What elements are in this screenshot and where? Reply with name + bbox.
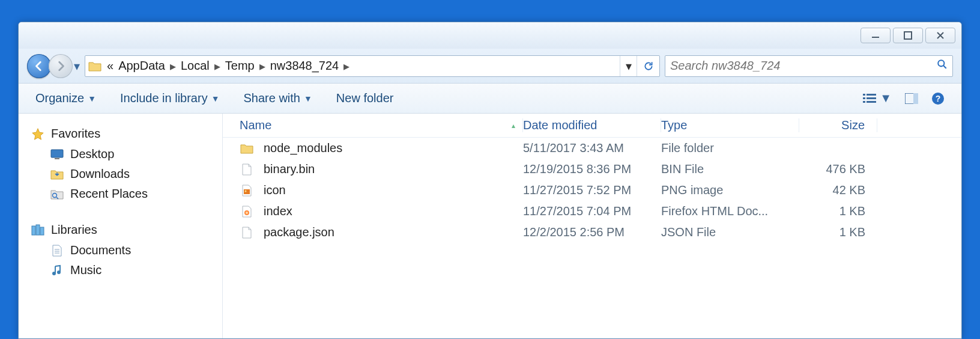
column-header-name[interactable]: Name ▴ [223, 118, 523, 132]
svg-rect-14 [55, 158, 59, 159]
breadcrumb-item[interactable]: nw3848_724 [268, 59, 342, 73]
file-row[interactable]: binary.bin12/19/2015 8:36 PMBIN File476 … [223, 159, 961, 180]
recent-places-icon [50, 188, 64, 201]
sidebar-item-label: Documents [70, 243, 131, 257]
sidebar-group-libraries[interactable]: Libraries [19, 219, 222, 240]
caret-down-icon: ▼ [211, 94, 220, 103]
file-type: File folder [661, 141, 799, 155]
include-label: Include in library [120, 91, 208, 105]
file-type: Firefox HTML Doc... [661, 204, 799, 218]
caret-down-icon: ▼ [304, 94, 312, 103]
nav-history-dropdown[interactable]: ▾ [74, 59, 80, 73]
file-date: 5/11/2017 3:43 AM [523, 141, 661, 155]
navigation-pane: Favorites Desktop Downloads Recent Place… [19, 114, 223, 338]
libraries-label: Libraries [51, 223, 97, 237]
file-date: 11/27/2015 7:52 PM [523, 183, 661, 197]
svg-point-24 [246, 212, 248, 214]
svg-rect-5 [863, 101, 865, 103]
sidebar-item-desktop[interactable]: Desktop [19, 144, 222, 164]
back-button[interactable] [27, 54, 51, 78]
navigation-bar: ▾ « AppData ▸ Local ▸ Temp ▸ nw3848_724 … [19, 49, 961, 84]
breadcrumb-overflow[interactable]: « [104, 59, 116, 73]
sidebar-item-label: Music [70, 263, 101, 277]
file-row[interactable]: index11/27/2015 7:04 PMFirefox HTML Doc.… [223, 201, 961, 222]
file-type: PNG image [661, 183, 799, 197]
minimize-button[interactable] [861, 28, 891, 43]
sidebar-item-music[interactable]: Music [19, 260, 222, 280]
help-button[interactable]: ? [931, 92, 945, 105]
chevron-right-icon[interactable]: ▸ [212, 59, 223, 73]
file-name: node_modules [264, 141, 342, 155]
search-box[interactable] [665, 55, 953, 77]
png-icon [240, 184, 254, 197]
svg-text:?: ? [936, 94, 941, 103]
desktop-icon [50, 148, 64, 161]
search-input[interactable] [670, 59, 937, 73]
share-with-menu[interactable]: Share with▼ [244, 91, 312, 105]
maximize-button[interactable] [893, 28, 923, 43]
file-name: icon [264, 183, 286, 197]
html-icon [240, 205, 254, 218]
newfolder-label: New folder [336, 91, 394, 105]
column-header-type[interactable]: Type [661, 118, 799, 132]
chevron-right-icon[interactable]: ▸ [257, 59, 268, 73]
sidebar-item-recent-places[interactable]: Recent Places [19, 184, 222, 204]
documents-icon [50, 244, 64, 257]
close-button[interactable] [925, 28, 955, 43]
breadcrumb-item[interactable]: Local [178, 59, 212, 73]
svg-rect-1 [904, 32, 912, 39]
address-dropdown[interactable]: ▾ [620, 56, 637, 76]
forward-button[interactable] [49, 54, 73, 78]
explorer-window: ▾ « AppData ▸ Local ▸ Temp ▸ nw3848_724 … [18, 22, 962, 339]
sidebar-item-documents[interactable]: Documents [19, 240, 222, 260]
file-name: package.json [264, 225, 334, 239]
svg-rect-17 [36, 225, 40, 235]
svg-rect-7 [867, 97, 876, 99]
refresh-button[interactable] [637, 56, 659, 76]
breadcrumb-item[interactable]: AppData [116, 59, 168, 73]
file-size: 476 KB [799, 162, 877, 176]
breadcrumb: « AppData ▸ Local ▸ Temp ▸ nw3848_724 ▸ [104, 59, 620, 73]
file-name: binary.bin [264, 162, 315, 176]
sidebar-item-label: Downloads [70, 167, 130, 181]
chevron-right-icon[interactable]: ▸ [168, 59, 178, 73]
folder-icon [85, 61, 104, 72]
include-in-library-menu[interactable]: Include in library▼ [120, 91, 219, 105]
downloads-icon [50, 168, 64, 181]
address-bar[interactable]: « AppData ▸ Local ▸ Temp ▸ nw3848_724 ▸ … [85, 55, 660, 77]
music-icon [50, 264, 64, 277]
svg-point-2 [938, 60, 944, 66]
sidebar-item-label: Recent Places [70, 187, 148, 201]
file-row[interactable]: node_modules5/11/2017 3:43 AMFile folder [223, 138, 961, 159]
preview-pane-button[interactable] [905, 93, 918, 104]
file-size: 42 KB [799, 183, 877, 197]
sidebar-group-favorites[interactable]: Favorites [19, 123, 222, 144]
breadcrumb-item[interactable]: Temp [223, 59, 257, 73]
change-view-button[interactable]: ▼ [863, 91, 892, 105]
star-icon [31, 127, 45, 141]
search-icon[interactable] [937, 59, 948, 73]
svg-point-22 [245, 190, 247, 192]
title-bar [19, 22, 961, 49]
libraries-icon [31, 224, 45, 237]
chevron-right-icon[interactable]: ▸ [341, 59, 352, 73]
new-folder-button[interactable]: New folder [336, 91, 394, 105]
column-header-size[interactable]: Size [799, 118, 877, 132]
sidebar-item-downloads[interactable]: Downloads [19, 164, 222, 184]
share-label: Share with [244, 91, 301, 105]
svg-rect-3 [863, 94, 865, 96]
folder-icon [240, 142, 254, 155]
file-type: JSON File [661, 225, 799, 239]
svg-rect-6 [867, 94, 876, 96]
column-header-date[interactable]: Date modified [523, 118, 661, 132]
svg-rect-0 [872, 37, 879, 38]
view-list-icon [863, 93, 876, 104]
svg-point-20 [57, 270, 61, 274]
file-row[interactable]: icon11/27/2015 7:52 PMPNG image42 KB [223, 180, 961, 201]
svg-rect-4 [863, 97, 865, 99]
file-name: index [264, 204, 292, 218]
file-date: 12/19/2015 8:36 PM [523, 162, 661, 176]
organize-menu[interactable]: Organize▼ [35, 91, 96, 105]
file-row[interactable]: package.json12/2/2015 2:56 PMJSON File1 … [223, 222, 961, 243]
file-list: Name ▴ Date modified Type Size node_modu… [223, 114, 961, 338]
